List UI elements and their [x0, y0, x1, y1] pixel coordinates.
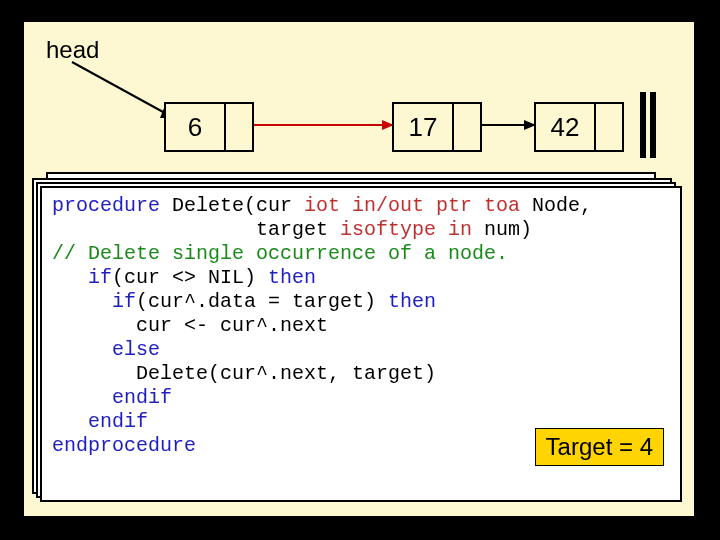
code-text: Node,: [520, 194, 592, 217]
keyword: iot in/out ptr toa: [304, 194, 520, 217]
keyword: endif: [52, 386, 172, 409]
code-text: (cur^.data = target): [136, 290, 388, 313]
keyword: if: [52, 290, 136, 313]
node-pointer: [596, 104, 622, 150]
keyword: else: [52, 338, 160, 361]
node-value: 17: [394, 104, 454, 150]
keyword: if: [52, 266, 112, 289]
keyword: isoftype in: [340, 218, 472, 241]
keyword: procedure: [52, 194, 160, 217]
keyword: then: [268, 266, 316, 289]
node-value: 42: [536, 104, 596, 150]
diagram-frame: head 6 17 42 procedure Delete(cur iot in…: [22, 20, 696, 518]
code-text: (cur <> NIL): [112, 266, 268, 289]
keyword: then: [388, 290, 436, 313]
code-text: num): [472, 218, 532, 241]
code-text: target: [52, 218, 340, 241]
node-17: 17: [392, 102, 482, 152]
node-pointer: [226, 104, 252, 150]
node-value: 6: [166, 104, 226, 150]
code-text: Delete(cur: [160, 194, 304, 217]
svg-line-0: [72, 62, 174, 118]
node-42: 42: [534, 102, 624, 152]
node-6: 6: [164, 102, 254, 152]
head-label: head: [46, 36, 99, 64]
keyword: endprocedure: [52, 434, 196, 457]
keyword: endif: [52, 410, 148, 433]
null-terminator-icon: [636, 92, 660, 158]
node-pointer: [454, 104, 480, 150]
target-badge: Target = 4: [535, 428, 664, 466]
code-text: cur <- cur^.next: [52, 314, 328, 337]
code-text: Delete(cur^.next, target): [52, 362, 436, 385]
comment: // Delete single occurrence of a node.: [52, 242, 508, 265]
